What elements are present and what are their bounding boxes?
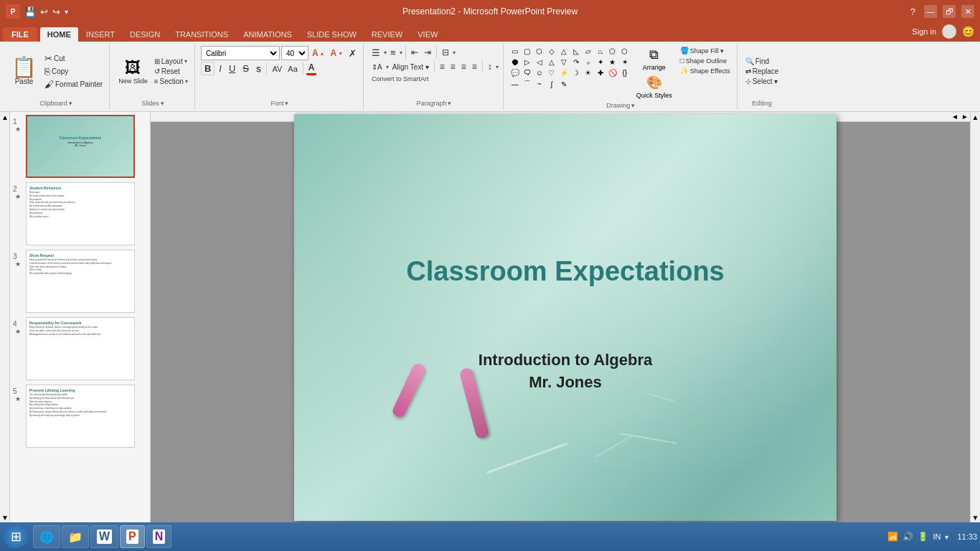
find-button[interactable]: 🔍 Find bbox=[743, 57, 781, 66]
slides-expand-icon[interactable]: ▾ bbox=[161, 100, 164, 107]
numbering-button[interactable]: ≡ bbox=[388, 47, 398, 59]
shape-bracket[interactable]: {} bbox=[619, 67, 631, 77]
shape-star5[interactable]: ★ bbox=[607, 57, 618, 67]
text-direction-button[interactable]: ⇕A bbox=[369, 62, 385, 72]
drawing-expand-icon[interactable]: ▾ bbox=[631, 102, 635, 109]
shape-parallelogram[interactable]: ▱ bbox=[583, 46, 594, 56]
slide-thumb-5[interactable]: 5 ★ Promote Lifelong Learning You can de… bbox=[13, 385, 147, 448]
clipboard-expand-icon[interactable]: ▾ bbox=[69, 100, 72, 107]
shape-trapezoid[interactable]: ⏢ bbox=[595, 46, 606, 56]
tab-insert[interactable]: INSERT bbox=[79, 27, 122, 42]
slide-thumb-2[interactable]: 2 ★ Student Behaviors Be promptBe ready … bbox=[13, 182, 147, 245]
format-painter-button[interactable]: 🖌 Format Painter bbox=[42, 78, 105, 90]
shape-smiley[interactable]: ☺ bbox=[534, 67, 545, 77]
shape-pentagon[interactable]: ⬠ bbox=[607, 46, 618, 56]
text-dir-arrow[interactable]: ▾ bbox=[386, 64, 389, 70]
shape-star6[interactable]: ✶ bbox=[619, 57, 631, 67]
scroll-right-top[interactable]: ► bbox=[960, 112, 970, 122]
help-button[interactable]: ? bbox=[908, 5, 918, 19]
clear-format-button[interactable]: ✗ bbox=[347, 47, 359, 60]
columns-button[interactable]: ⊟ bbox=[440, 47, 451, 58]
shape-heart[interactable]: ♡ bbox=[546, 67, 557, 77]
restore-button[interactable]: 🗗 bbox=[943, 5, 956, 18]
save-icon[interactable]: 💾 bbox=[24, 6, 36, 17]
strikethrough-button[interactable]: S bbox=[240, 62, 252, 75]
numbering-arrow[interactable]: ▾ bbox=[400, 50, 402, 56]
linespace-arrow[interactable]: ▾ bbox=[496, 64, 499, 70]
scroll-up-left[interactable]: ▲ bbox=[0, 112, 10, 122]
shape-arc[interactable]: ⌒ bbox=[522, 79, 533, 89]
shape-sun[interactable]: ☀ bbox=[583, 67, 594, 77]
shape-arrow-down[interactable]: ▽ bbox=[558, 57, 570, 67]
shape-lightning[interactable]: ⚡ bbox=[558, 67, 570, 77]
undo-icon[interactable]: ↩ bbox=[40, 6, 48, 17]
tab-review[interactable]: REVIEW bbox=[364, 27, 410, 42]
shape-rounded-rect[interactable]: ▢ bbox=[522, 46, 533, 56]
shape-snip[interactable]: ⬡ bbox=[534, 46, 545, 56]
shape-octagon[interactable]: ⯃ bbox=[509, 57, 521, 67]
arrange-button[interactable]: ⧉ Arrange bbox=[633, 46, 675, 72]
scroll-up-right[interactable]: ▲ bbox=[971, 112, 981, 122]
show-desktop-arrow[interactable]: ▾ bbox=[945, 533, 948, 541]
line-spacing-button[interactable]: ↕ bbox=[486, 61, 494, 72]
shape-triangle[interactable]: △ bbox=[558, 46, 570, 56]
textshadow-button[interactable]: s bbox=[253, 62, 264, 75]
bullets-arrow[interactable]: ▾ bbox=[384, 50, 387, 56]
copy-button[interactable]: ⎘ Copy bbox=[42, 65, 105, 77]
tab-slideshow[interactable]: SLIDE SHOW bbox=[300, 27, 364, 42]
shape-right-triangle[interactable]: ◺ bbox=[570, 46, 582, 56]
increase-indent-button[interactable]: ⇥ bbox=[422, 47, 433, 58]
shape-arrow-left[interactable]: ◁ bbox=[534, 57, 545, 67]
shape-curve[interactable]: ~ bbox=[534, 79, 545, 89]
slide-thumb-3[interactable]: 3 ★ Show Respect Value yourself: Be hone… bbox=[13, 250, 147, 313]
customize-icon[interactable]: ▾ bbox=[65, 8, 68, 16]
decrease-font-button[interactable]: A▼ bbox=[328, 47, 345, 59]
font-expand-icon[interactable]: ▾ bbox=[285, 100, 288, 107]
tab-home[interactable]: HOME bbox=[40, 27, 78, 42]
section-button[interactable]: ≡ Section ▾ bbox=[152, 77, 190, 86]
shape-arrow-up[interactable]: △ bbox=[546, 57, 557, 67]
taskbar-ie[interactable]: 🌐 bbox=[33, 525, 60, 548]
shape-notch[interactable]: ⬦ bbox=[583, 57, 594, 67]
scroll-down-right[interactable]: ▼ bbox=[971, 512, 981, 522]
shape-effects-button[interactable]: ✨ Shape Effects bbox=[678, 66, 732, 75]
signin-button[interactable]: Sign in bbox=[912, 27, 936, 36]
font-color-button[interactable]: A bbox=[306, 62, 317, 75]
justify-button[interactable]: ≡ bbox=[470, 61, 479, 72]
decrease-indent-button[interactable]: ⇤ bbox=[409, 47, 420, 58]
start-button[interactable]: ⊞ bbox=[3, 525, 29, 548]
shape-callout2[interactable]: 🗨 bbox=[522, 67, 533, 77]
tab-design[interactable]: DESIGN bbox=[123, 27, 167, 42]
shape-cross[interactable]: ✚ bbox=[595, 67, 606, 77]
italic-button[interactable]: I bbox=[216, 62, 225, 75]
shape-line[interactable]: — bbox=[509, 79, 521, 89]
taskbar-word[interactable]: W bbox=[90, 525, 118, 548]
change-case-button[interactable]: Aa bbox=[286, 64, 299, 74]
tab-animations[interactable]: ANIMATIONS bbox=[236, 27, 299, 42]
char-spacing-button[interactable]: AV bbox=[270, 64, 284, 74]
bullets-button[interactable]: ☰ bbox=[369, 47, 382, 59]
minimize-button[interactable]: — bbox=[924, 5, 937, 18]
tab-view[interactable]: VIEW bbox=[410, 27, 445, 42]
shape-outline-button[interactable]: □ Shape Outline bbox=[678, 56, 732, 65]
taskbar-powerpoint[interactable]: P bbox=[120, 525, 145, 548]
slide-thumb-1[interactable]: 1 ★ Classroom Expectations Introduction … bbox=[13, 115, 147, 178]
tab-transitions[interactable]: TRANSITIONS bbox=[168, 27, 235, 42]
select-button[interactable]: ⊹ Select ▾ bbox=[743, 77, 781, 86]
shape-star4[interactable]: ✦ bbox=[595, 57, 606, 67]
shape-fill-button[interactable]: 🪣 Shape Fill ▾ bbox=[678, 46, 732, 55]
layout-button[interactable]: ⊞ Layout ▾ bbox=[152, 57, 190, 66]
new-slide-button[interactable]: 🖼 New Slide bbox=[116, 57, 151, 86]
taskbar-explorer[interactable]: 📁 bbox=[62, 525, 89, 548]
reset-button[interactable]: ↺ Reset bbox=[152, 67, 190, 76]
shape-diamond[interactable]: ◇ bbox=[546, 46, 557, 56]
replace-button[interactable]: ⇄ Replace bbox=[743, 67, 781, 76]
align-left-button[interactable]: ≡ bbox=[438, 61, 447, 72]
scroll-left-top[interactable]: ◄ bbox=[950, 112, 960, 122]
shape-moon[interactable]: ☽ bbox=[570, 67, 582, 77]
convert-smartart-button[interactable]: Convert to SmartArt bbox=[369, 75, 431, 83]
shape-no[interactable]: 🚫 bbox=[607, 67, 618, 77]
tab-file[interactable]: FILE bbox=[3, 27, 37, 42]
scroll-down-left[interactable]: ▼ bbox=[0, 512, 10, 522]
align-text-button[interactable]: Align Text ▾ bbox=[390, 62, 431, 72]
